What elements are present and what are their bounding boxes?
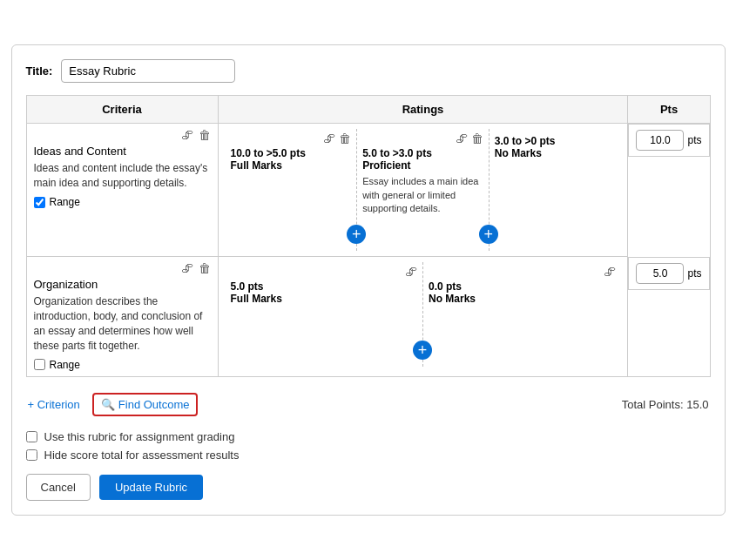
range-label-1: Range bbox=[50, 196, 80, 208]
table-row: 🖇 🗑 Ideas and Content Ideas and content … bbox=[26, 124, 710, 257]
ratings-inner-1: 🖇 🗑 10.0 to >5.0 pts Full Marks + 🖇 🗑 bbox=[226, 129, 621, 251]
clip-icon-seg-1-2[interactable]: 🖇 bbox=[456, 132, 468, 145]
total-points-label: Total Points: bbox=[622, 398, 684, 411]
cancel-button[interactable]: Cancel bbox=[26, 474, 91, 501]
range-checkbox-2[interactable] bbox=[34, 359, 45, 370]
pts-input-1[interactable] bbox=[636, 130, 684, 151]
seg-icons-2-2: 🖇 bbox=[429, 266, 616, 278]
rating-name-2-2: No Marks bbox=[429, 293, 616, 305]
options-section: Use this rubric for assignment grading H… bbox=[26, 430, 711, 462]
criteria-name-2: Organization bbox=[34, 278, 211, 291]
title-label: Title: bbox=[26, 64, 53, 78]
clip-icon-seg-2-2[interactable]: 🖇 bbox=[604, 266, 616, 278]
use-for-grading-checkbox[interactable] bbox=[26, 431, 37, 442]
update-rubric-button[interactable]: Update Rubric bbox=[99, 475, 203, 500]
footer-left: + Criterion 🔍 Find Outcome bbox=[28, 393, 199, 416]
trash-icon-1[interactable]: 🗑 bbox=[199, 129, 211, 141]
total-points-value: 15.0 bbox=[686, 398, 708, 411]
criteria-desc-2: Organization describes the introduction,… bbox=[34, 294, 211, 353]
option-row-hide: Hide score total for assessment results bbox=[26, 449, 711, 462]
rubric-editor-modal: Title: Criteria Ratings Pts 🖇 🗑 Ideas an… bbox=[11, 44, 726, 515]
rating-name-1-2: Proficient bbox=[362, 159, 483, 172]
footer-row: + Criterion 🔍 Find Outcome Total Points:… bbox=[26, 388, 711, 422]
search-icon: 🔍 bbox=[101, 398, 115, 411]
clip-icon-1[interactable]: 🖇 bbox=[181, 129, 193, 141]
hide-score-label: Hide score total for assessment results bbox=[44, 449, 240, 462]
add-criterion-button[interactable]: + Criterion bbox=[28, 398, 80, 411]
rating-pts-1-1: 10.0 to >5.0 pts bbox=[231, 147, 352, 159]
rating-segment-2-1: 🖇 5.0 pts Full Marks + bbox=[226, 262, 424, 367]
pts-cell-1: pts bbox=[628, 124, 709, 157]
rating-segment-1-1: 🖇 🗑 10.0 to >5.0 pts Full Marks + bbox=[226, 129, 358, 251]
find-outcome-label: Find Outcome bbox=[118, 398, 190, 411]
range-checkbox-1[interactable] bbox=[34, 197, 45, 208]
rating-name-2-1: Full Marks bbox=[231, 293, 418, 305]
ratings-cell-2: 🖇 5.0 pts Full Marks + 🖇 0.0 pts bbox=[218, 257, 628, 376]
option-row-grading: Use this rubric for assignment grading bbox=[26, 430, 711, 443]
pts-cell-2: pts bbox=[628, 257, 709, 290]
criteria-icons-1: 🖇 🗑 bbox=[34, 129, 211, 141]
rating-name-1-3: No Marks bbox=[495, 147, 616, 159]
range-row-2: Range bbox=[34, 359, 211, 371]
clip-icon-2[interactable]: 🖇 bbox=[181, 262, 193, 274]
seg-icons-1-2: 🖇 🗑 bbox=[362, 132, 483, 145]
ratings-inner-2: 🖇 5.0 pts Full Marks + 🖇 0.0 pts bbox=[226, 262, 621, 367]
rating-segment-1-2: 🖇 🗑 5.0 to >3.0 pts Proficient Essay inc… bbox=[357, 129, 490, 251]
rubric-table: Criteria Ratings Pts 🖇 🗑 Ideas and Conte… bbox=[26, 95, 711, 376]
rating-segment-2-2: 🖇 0.0 pts No Marks bbox=[423, 262, 621, 367]
actions-row: Cancel Update Rubric bbox=[26, 474, 711, 501]
rating-pts-1-2: 5.0 to >3.0 pts bbox=[362, 147, 483, 159]
seg-icons-1-1: 🖇 🗑 bbox=[231, 132, 352, 145]
ratings-cell-1: 🖇 🗑 10.0 to >5.0 pts Full Marks + 🖇 🗑 bbox=[218, 124, 628, 257]
find-outcome-button[interactable]: 🔍 Find Outcome bbox=[92, 393, 199, 416]
trash-icon-seg-1-2[interactable]: 🗑 bbox=[471, 132, 483, 145]
range-row-1: Range bbox=[34, 196, 211, 208]
use-for-grading-label: Use this rubric for assignment grading bbox=[44, 430, 235, 443]
rating-pts-2-2: 0.0 pts bbox=[429, 280, 616, 293]
rating-pts-1-3: 3.0 to >0 pts bbox=[495, 135, 616, 147]
criteria-cell-1: 🖇 🗑 Ideas and Content Ideas and content … bbox=[26, 124, 218, 257]
add-criterion-label: + Criterion bbox=[28, 398, 80, 411]
ratings-header: Ratings bbox=[218, 96, 628, 124]
clip-icon-seg-2-1[interactable]: 🖇 bbox=[405, 266, 417, 278]
trash-icon-2[interactable]: 🗑 bbox=[199, 262, 211, 274]
hide-score-checkbox[interactable] bbox=[26, 449, 37, 461]
criteria-desc-1: Ideas and content include the essay's ma… bbox=[34, 161, 211, 191]
total-points: Total Points: 15.0 bbox=[622, 398, 709, 411]
rating-pts-2-1: 5.0 pts bbox=[231, 280, 418, 293]
title-row: Title: bbox=[26, 59, 711, 83]
rating-segment-1-3: 3.0 to >0 pts No Marks bbox=[490, 129, 621, 251]
criteria-cell-2: 🖇 🗑 Organization Organization describes … bbox=[26, 257, 218, 376]
clip-icon-seg-1-1[interactable]: 🖇 bbox=[323, 132, 335, 145]
pts-label-1: pts bbox=[687, 134, 701, 146]
pts-input-2[interactable] bbox=[636, 263, 684, 284]
pts-header: Pts bbox=[628, 96, 710, 124]
seg-icons-2-1: 🖇 bbox=[231, 266, 418, 278]
criteria-name-1: Ideas and Content bbox=[34, 145, 211, 158]
range-label-2: Range bbox=[50, 359, 80, 371]
trash-icon-seg-1-1[interactable]: 🗑 bbox=[339, 132, 351, 145]
table-row: 🖇 🗑 Organization Organization describes … bbox=[26, 257, 710, 376]
rating-desc-1-2: Essay includes a main idea with general … bbox=[362, 175, 483, 215]
title-input[interactable] bbox=[61, 59, 235, 83]
rating-name-1-1: Full Marks bbox=[231, 159, 352, 172]
pts-label-2: pts bbox=[687, 267, 701, 280]
criteria-icons-2: 🖇 🗑 bbox=[34, 262, 211, 274]
criteria-header: Criteria bbox=[26, 96, 218, 124]
